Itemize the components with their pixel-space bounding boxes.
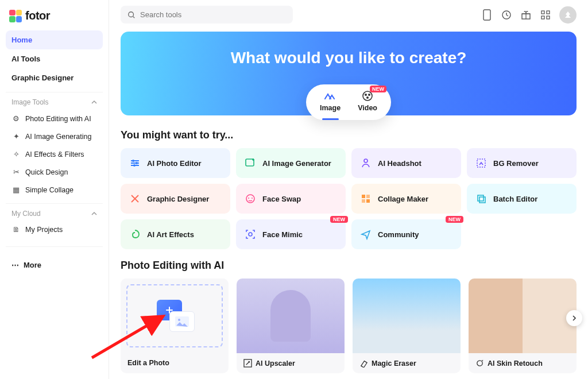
nav-graphic-designer[interactable]: Graphic Designer — [6, 68, 103, 87]
top-icons — [481, 6, 577, 24]
try-card-ai-headshot[interactable]: AI Headshot — [351, 148, 461, 178]
document-icon: 🗎 — [11, 226, 21, 234]
new-badge: NEW — [446, 216, 463, 223]
svg-point-27 — [249, 233, 252, 236]
new-badge: NEW — [330, 216, 348, 223]
nav-more[interactable]: ⋯ More — [6, 246, 103, 275]
hero-tab-video[interactable]: NEW Video — [358, 90, 377, 120]
section-my-cloud[interactable]: My Cloud — [6, 203, 103, 221]
svg-rect-5 — [547, 11, 550, 14]
svg-point-9 — [365, 94, 367, 96]
svg-point-18 — [246, 195, 254, 203]
chevron-up-icon — [91, 99, 97, 105]
send-icon — [359, 228, 372, 241]
primary-nav: Home AI Tools Graphic Designer — [6, 30, 103, 87]
svg-point-19 — [248, 198, 249, 199]
try-card-graphic-designer[interactable]: Graphic Designer — [121, 184, 230, 214]
svg-rect-23 — [362, 199, 365, 203]
image-tab-icon — [324, 90, 336, 102]
nav-ai-effects-filters[interactable]: ✧AI Effects & Filters — [6, 145, 103, 163]
pe-card-ai-skin-retouch[interactable]: AI Skin Retouch — [469, 279, 577, 373]
try-card-bg-remover[interactable]: BG Remover — [467, 148, 577, 178]
section-image-tools[interactable]: Image Tools — [6, 92, 103, 110]
sliders-icon: ⚙ — [11, 114, 21, 123]
svg-point-14 — [133, 164, 136, 167]
main-content: What would you like to create? Image NEW… — [109, 0, 588, 379]
nav-simple-collage[interactable]: ▦Simple Collage — [6, 181, 103, 199]
try-card-community[interactable]: CommunityNEW — [351, 219, 461, 249]
face-sparkle-icon — [475, 359, 484, 368]
wand-icon: ✧ — [11, 150, 21, 158]
upload-image-icon — [169, 311, 195, 332]
chevron-up-icon — [91, 211, 97, 216]
svg-point-8 — [363, 91, 372, 100]
search-input[interactable] — [140, 10, 286, 19]
hero-tab-image[interactable]: Image — [320, 90, 341, 120]
more-icon: ⋯ — [11, 261, 19, 269]
collage-icon: ▦ — [11, 185, 21, 194]
sidebar: fotor Home AI Tools Graphic Designer Ima… — [0, 0, 109, 379]
svg-rect-6 — [541, 16, 544, 19]
search-box[interactable] — [121, 6, 293, 24]
pe-card-ai-upscaler[interactable]: AI Upscaler — [237, 279, 345, 373]
person-icon — [359, 157, 372, 169]
svg-point-29 — [178, 319, 180, 321]
cut-bg-icon — [475, 157, 488, 169]
nav-quick-design[interactable]: ✂Quick Design — [6, 163, 103, 181]
upscale-icon — [243, 359, 252, 368]
pe-card-magic-eraser[interactable]: Magic Eraser — [353, 279, 461, 373]
pe-section-title: Photo Editing with AI — [121, 260, 577, 272]
logo-mark-icon — [9, 10, 22, 22]
nav-ai-image-generating[interactable]: ✦AI Image Generating — [6, 127, 103, 145]
search-icon — [127, 11, 136, 19]
sliders-icon — [129, 157, 141, 169]
svg-rect-22 — [366, 195, 370, 198]
history-icon[interactable] — [501, 9, 512, 21]
svg-point-33 — [477, 361, 482, 366]
sparkle-icon: ✦ — [11, 132, 21, 141]
svg-rect-24 — [366, 199, 370, 203]
eraser-icon — [359, 359, 368, 368]
svg-point-13 — [136, 162, 138, 164]
try-card-batch-editor[interactable]: Batch Editor — [467, 184, 577, 214]
scissors-icon: ✂ — [11, 168, 21, 176]
pe-next-button[interactable] — [566, 310, 582, 326]
stack-icon — [475, 192, 488, 205]
svg-rect-7 — [547, 16, 550, 19]
grid-icon[interactable] — [540, 9, 551, 21]
svg-point-16 — [364, 159, 368, 163]
image-plus-icon — [244, 157, 257, 169]
hero-tabs: Image NEW Video — [306, 84, 391, 120]
try-card-collage-maker[interactable]: Collage Maker — [351, 184, 461, 214]
phone-icon[interactable] — [481, 9, 493, 21]
svg-point-0 — [129, 11, 134, 17]
nav-ai-tools[interactable]: AI Tools — [6, 49, 103, 68]
try-card-ai-art-effects[interactable]: AI Art Effects — [121, 219, 230, 249]
nav-my-projects[interactable]: 🗎My Projects — [6, 221, 103, 238]
grid-icon — [359, 192, 372, 205]
try-card-ai-image-generator[interactable]: AI Image Generator — [236, 148, 346, 178]
gift-icon[interactable] — [520, 9, 532, 21]
try-section-title: You might want to try... — [121, 129, 577, 141]
user-avatar[interactable] — [559, 6, 577, 24]
scan-face-icon — [244, 228, 257, 241]
face-icon — [244, 192, 257, 205]
chevron-right-icon — [571, 315, 577, 321]
pe-card-edit-photo[interactable]: Edit a Photo ? Help — [121, 279, 229, 373]
new-badge: NEW — [370, 86, 386, 92]
try-grid: AI Photo EditorAI Image GeneratorAI Head… — [121, 148, 577, 249]
try-card-face-mimic[interactable]: Face MimicNEW — [236, 219, 346, 249]
try-card-ai-photo-editor[interactable]: AI Photo Editor — [121, 148, 230, 178]
try-card-face-swap[interactable]: Face Swap — [236, 184, 346, 214]
svg-point-11 — [366, 96, 369, 99]
brand-logo[interactable]: fotor — [6, 7, 103, 30]
svg-rect-1 — [483, 10, 490, 20]
nav-home[interactable]: Home — [6, 30, 103, 49]
nav-photo-editing-ai[interactable]: ⚙Photo Editing with AI — [6, 110, 103, 127]
brand-name: fotor — [25, 9, 50, 22]
pen-cross-icon — [129, 192, 141, 205]
hero-title: What would you like to create? — [121, 49, 577, 67]
pe-row: Edit a Photo ? Help AI Upscaler Magic Er… — [121, 279, 577, 373]
topbar — [121, 0, 577, 32]
svg-point-20 — [252, 198, 253, 199]
